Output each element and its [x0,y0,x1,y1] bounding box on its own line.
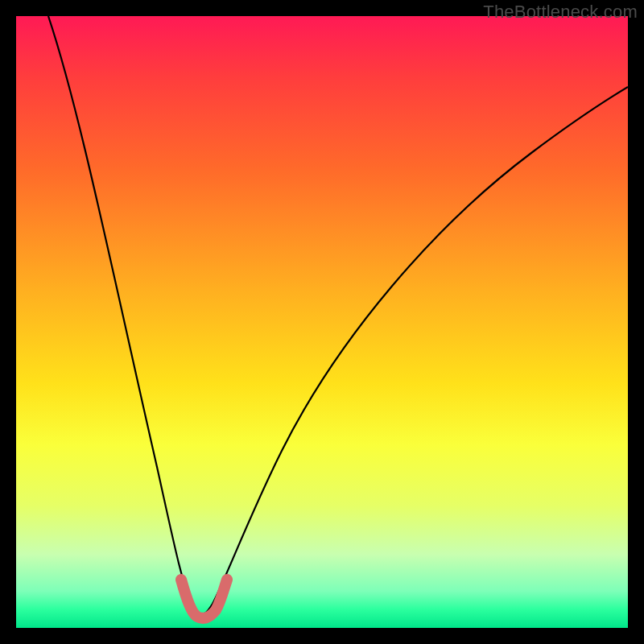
chart-plot-area [16,16,628,628]
watermark-text: TheBottleneck.com [483,2,638,23]
curve-path [48,16,628,615]
highlight-band-path [181,580,227,618]
bottleneck-curve [16,16,628,628]
